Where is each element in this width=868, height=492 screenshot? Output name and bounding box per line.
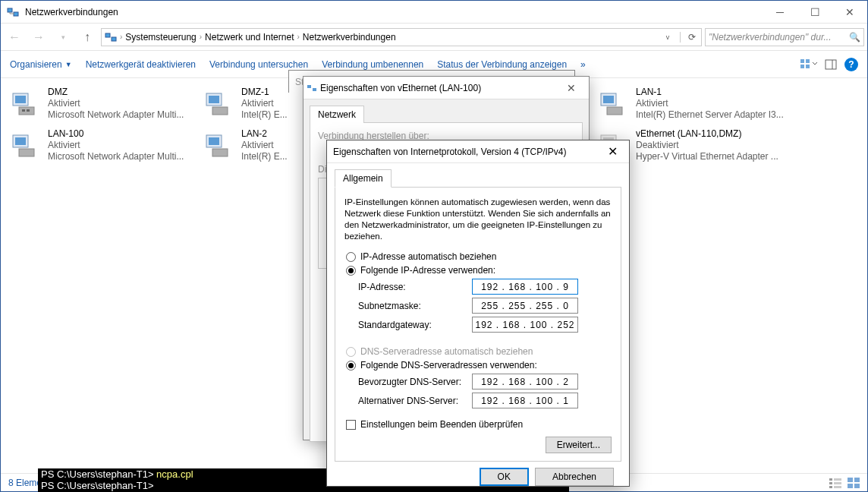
search-input[interactable]: "Netzwerkverbindungen" dur... 🔍: [705, 28, 864, 46]
adapter-item[interactable]: DMZ-1AktiviertIntel(R) E...: [202, 83, 293, 125]
breadcrumb[interactable]: › Systemsteuerung › Netzwerk und Interne…: [101, 28, 702, 46]
ip-address-input[interactable]: 192 . 168 . 100 . 9: [472, 279, 578, 295]
adapter-item[interactable]: DMZAktiviertMicrosoft Network Adapter Mu…: [8, 83, 202, 125]
chevron-right-icon: ›: [120, 33, 122, 41]
svg-rect-13: [22, 109, 25, 112]
adapter-name: DMZ: [48, 87, 184, 98]
chevron-right-icon: ›: [200, 33, 202, 41]
svg-rect-6: [800, 65, 804, 68]
checkbox-icon: [346, 420, 356, 430]
adapter-item[interactable]: LAN-2AktiviertIntel(R) E...: [202, 125, 293, 166]
adapter-status: Deaktiviert: [636, 140, 778, 151]
search-icon: 🔍: [849, 32, 860, 43]
network-adapter-icon: [11, 131, 42, 161]
tab-network[interactable]: Netzwerk: [310, 106, 364, 123]
svg-rect-38: [848, 484, 853, 488]
radio-disabled-icon: [346, 347, 356, 357]
svg-rect-14: [27, 109, 30, 112]
svg-rect-41: [313, 88, 316, 91]
adapter-name: LAN-1: [636, 87, 784, 98]
adapter-item[interactable]: LAN-1AktiviertIntel(R) Ethernet Server A…: [596, 83, 790, 125]
adapter-desc: Intel(R) Ethernet Server Adapter I3...: [636, 109, 784, 121]
diagnose-button[interactable]: Verbindung untersuchen: [209, 59, 308, 70]
validate-checkbox-row[interactable]: Einstellungen beim Beenden überprüfen: [346, 419, 612, 430]
svg-rect-36: [848, 478, 853, 482]
radio-dns-auto: DNS-Serveradresse automatisch beziehen: [346, 346, 612, 357]
back-button[interactable]: ←: [4, 27, 25, 48]
ipv4-properties-dialog: Eigenschaften von Internetprotokoll, Ver…: [326, 140, 630, 487]
svg-rect-40: [307, 85, 311, 88]
titlebar: Netzwerkverbindungen ─ ☐ ✕: [1, 1, 867, 24]
gateway-input[interactable]: 192 . 168 . 100 . 252: [472, 317, 578, 333]
adapter-name: DMZ-1: [241, 87, 288, 98]
breadcrumb-item[interactable]: Systemsteuerung: [125, 32, 196, 43]
chevron-right-icon: ›: [297, 33, 299, 41]
intro-text: IP-Einstellungen können automatisch zuge…: [344, 197, 612, 242]
advanced-button[interactable]: Erweitert...: [546, 437, 612, 453]
svg-rect-22: [15, 137, 26, 145]
svg-rect-5: [806, 59, 810, 63]
svg-rect-34: [829, 486, 832, 488]
preview-pane-button[interactable]: [825, 58, 837, 71]
chevron-down-icon[interactable]: v: [659, 33, 677, 41]
radio-ip-auto[interactable]: IP-Adresse automatisch beziehen: [346, 251, 612, 262]
dialog-title: Eigenschaften von vEthernet (LAN-100): [320, 83, 554, 93]
adapter-status: Aktiviert: [48, 140, 184, 151]
dns-pref-input[interactable]: 192 . 168 . 100 . 2: [472, 374, 578, 390]
network-adapter-icon: [205, 131, 235, 161]
adapter-name: LAN-2: [241, 128, 288, 140]
refresh-icon[interactable]: ⟳: [680, 32, 698, 43]
command: ncpa.cpl: [153, 468, 193, 480]
close-button[interactable]: ✕: [596, 144, 629, 159]
radio-dns-manual[interactable]: Folgende DNS-Serveradressen verwenden:: [346, 360, 612, 371]
svg-rect-19: [603, 96, 614, 103]
recent-dropdown-icon[interactable]: ▾: [52, 27, 74, 48]
forward-button[interactable]: →: [28, 27, 49, 48]
disable-device-button[interactable]: Netzwerkgerät deaktivieren: [86, 59, 196, 70]
svg-rect-25: [209, 137, 219, 145]
more-commands-button[interactable]: »: [580, 59, 586, 70]
dialog-icon: [303, 83, 320, 93]
svg-rect-7: [806, 65, 810, 68]
up-button[interactable]: ↑: [77, 27, 98, 48]
status-button[interactable]: Status der Verbindung anzeigen: [437, 59, 567, 70]
adapter-item[interactable]: LAN-100AktiviertMicrosoft Network Adapte…: [8, 125, 202, 166]
breadcrumb-item[interactable]: Netzwerkverbindungen: [303, 32, 396, 43]
adapter-desc: Hyper-V Virtual Ethernet Adapter ...: [636, 151, 778, 162]
app-icon: [7, 6, 19, 18]
close-button[interactable]: ✕: [832, 1, 867, 24]
dialog-title: Eigenschaften von Internetprotokoll, Ver…: [327, 147, 596, 157]
subnet-input[interactable]: 255 . 255 . 255 . 0: [472, 298, 578, 314]
network-adapter-icon: [11, 89, 42, 119]
gateway-label: Standardgateway:: [358, 320, 472, 330]
radio-checked-icon: [346, 266, 356, 276]
tab-general[interactable]: Allgemein: [335, 169, 392, 188]
dns-alt-input[interactable]: 192 . 168 . 100 . 1: [472, 393, 578, 408]
organize-button[interactable]: Organisieren▼: [10, 59, 72, 70]
maximize-button[interactable]: ☐: [797, 1, 832, 24]
adapter-desc: Intel(R) E...: [241, 109, 288, 121]
minimize-button[interactable]: ─: [763, 1, 797, 24]
adapter-status: Aktiviert: [636, 98, 784, 109]
breadcrumb-item[interactable]: Netzwerk und Internet: [205, 32, 294, 43]
svg-rect-3: [112, 37, 116, 41]
close-button[interactable]: ✕: [554, 77, 589, 99]
adapter-status: Aktiviert: [241, 98, 288, 109]
adapter-name: vEthernet (LAN-110,DMZ): [636, 128, 778, 140]
adapter-desc: Microsoft Network Adapter Multi...: [48, 109, 184, 121]
network-adapter-icon: [205, 89, 235, 119]
radio-ip-manual[interactable]: Folgende IP-Adresse verwenden:: [346, 265, 612, 276]
svg-rect-17: [212, 107, 228, 115]
adapter-status: Aktiviert: [241, 140, 288, 151]
rename-button[interactable]: Verbindung umbenennen: [322, 59, 423, 70]
cancel-button[interactable]: Abbrechen: [535, 468, 614, 486]
ok-button[interactable]: OK: [480, 468, 529, 486]
ip-address-label: IP-Adresse:: [358, 282, 472, 292]
help-button[interactable]: ?: [844, 58, 858, 71]
breadcrumb-icon: [105, 31, 117, 43]
adapter-desc: Intel(R) E...: [241, 151, 288, 162]
view-details-icon[interactable]: [829, 478, 841, 488]
view-icons-button[interactable]: [800, 58, 817, 71]
view-large-icon[interactable]: [848, 478, 860, 488]
svg-rect-26: [212, 149, 228, 156]
